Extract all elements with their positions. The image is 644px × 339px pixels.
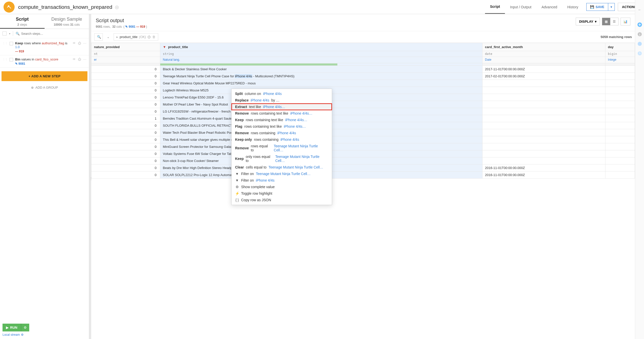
context-menu-item[interactable]: Flag rows containing text like iPhone 4/… [232, 123, 332, 130]
column-meaning[interactable]: er [91, 57, 160, 63]
context-menu-item[interactable]: Replace iPhone 4/4s by … [232, 97, 332, 104]
select-all-checkbox[interactable] [3, 31, 7, 36]
power-icon[interactable]: ⏻ [147, 35, 151, 39]
cell-day[interactable] [605, 101, 635, 108]
cell-card-month[interactable] [482, 136, 605, 143]
cell-nature[interactable]: 0 [91, 73, 160, 80]
cell-card-month[interactable] [482, 108, 605, 115]
drag-handle-icon[interactable]: ⋮⋮ [3, 57, 8, 61]
chat-icon[interactable] [637, 41, 642, 46]
column-meaning[interactable]: Natural lang. [160, 57, 482, 63]
table-row[interactable]: 0 LG LFX31925SW - refrigerator/freezer -… [91, 108, 635, 115]
table-row[interactable]: 0 Beats by Dre Mixr High Definition Ster… [91, 164, 635, 172]
cell-nature[interactable]: 0 [91, 172, 160, 179]
column-histogram[interactable] [605, 63, 635, 66]
app-logo[interactable] [4, 2, 15, 13]
table-row[interactable]: 1 Berndes Tradition Cast Aluminum 4-quar… [91, 115, 635, 122]
cell-nature[interactable]: 0 [91, 143, 160, 150]
save-dropdown[interactable]: ▾ [608, 3, 615, 11]
left-tab-sample[interactable]: Design Sample 10000 rows 31 cols [45, 14, 89, 29]
cell-day[interactable] [605, 115, 635, 122]
cell-nature[interactable]: 0 [91, 164, 160, 172]
context-menu-item[interactable]: ▼ Filter on iPhone 4/4s [232, 177, 332, 184]
cell-nature[interactable]: 0 [91, 87, 160, 94]
column-histogram[interactable] [91, 63, 160, 66]
view-chart-button[interactable]: 📊 [621, 18, 630, 25]
cell-card-month[interactable]: 2017-02-01T00:00:00.000Z [482, 73, 605, 80]
context-menu-item[interactable]: ⚙ Show complete value [232, 184, 332, 190]
step-item[interactable]: ⋮⋮ Bin values in card_fico_score ✎ 9081 … [0, 55, 89, 68]
add-step-button[interactable]: + ADD A NEW STEP [2, 71, 87, 81]
cell-day[interactable] [605, 150, 635, 157]
add-group-button[interactable]: ⊕ ADD A GROUP [0, 84, 89, 91]
view-table-button[interactable]: ▦ [602, 18, 610, 25]
cell-day[interactable] [605, 136, 635, 143]
tab-advanced[interactable]: Advanced [536, 1, 562, 14]
cell-product-title[interactable]: Black & Decker Stainless Steel Rice Cook… [160, 66, 482, 73]
power-icon[interactable]: ⏻ [78, 41, 81, 45]
cell-nature[interactable]: 0 [91, 150, 160, 157]
cell-card-month[interactable] [482, 101, 605, 108]
cell-day[interactable] [605, 94, 635, 101]
view-list-button[interactable]: ☰ [610, 18, 618, 25]
cell-product-title[interactable]: Teenage Mutant Ninja Turtle Cell Phone C… [160, 73, 482, 80]
eye-icon[interactable]: 👁 [73, 57, 76, 61]
trash-icon[interactable]: 🗑 [152, 35, 155, 39]
context-menu-item[interactable]: Keep only rows equal to Teenage Mutant N… [232, 153, 332, 164]
local-stream-link[interactable]: Local stream ⚙ [3, 333, 86, 336]
display-button[interactable]: DISPLAY ▾ [576, 18, 600, 25]
tab-io[interactable]: Input / Output [505, 1, 536, 14]
column-meaning[interactable]: Intege [605, 57, 635, 63]
run-button[interactable]: ▶ RUN [3, 324, 21, 331]
cell-card-month[interactable] [482, 143, 605, 150]
cell-day[interactable] [605, 122, 635, 129]
cell-day[interactable] [605, 108, 635, 115]
table-row[interactable]: 0 Water Tech Pool Blaster Blue Pearl Rob… [91, 129, 635, 136]
cell-nature[interactable]: 0 [91, 80, 160, 87]
step-checkbox[interactable] [10, 58, 13, 61]
cell-card-month[interactable] [482, 150, 605, 157]
cell-day[interactable] [605, 66, 635, 73]
cell-card-month[interactable] [482, 80, 605, 87]
cell-day[interactable] [605, 87, 635, 94]
cell-card-month[interactable]: 2017-11-01T00:00:00.000Z [482, 66, 605, 73]
cell-nature[interactable]: 0 [91, 101, 160, 108]
cell-card-month[interactable]: 2016-11-01T00:00:00.000Z [482, 172, 605, 179]
table-row[interactable]: 0 Black & Decker Stainless Steel Rice Co… [91, 66, 635, 73]
column-header[interactable]: nature_provided [91, 43, 160, 51]
cell-card-month[interactable]: 2016-11-01T00:00:00.000Z [482, 164, 605, 172]
table-row[interactable]: 0 Lenovo ThinkPad Edge E550 20DF - 15.6 [91, 94, 635, 101]
cell-nature[interactable]: 1 [91, 115, 160, 122]
context-menu-item[interactable]: { } Copy row as JSON [232, 197, 332, 203]
table-row[interactable]: 0 Gear Head Wireless Optical Mobile Mous… [91, 80, 635, 87]
compass-icon[interactable]: ◎ [115, 4, 119, 10]
table-row[interactable]: 0 Non-stick 3-cup Rice Cooker/ Steamer [91, 157, 635, 164]
context-menu-item[interactable]: Extract text like iPhone 4/4s… [232, 104, 332, 110]
filter-pill[interactable]: ▸ product_title (OK) ⏻ 🗑 [114, 33, 158, 41]
cell-nature[interactable]: 0 [91, 94, 160, 101]
context-menu-item[interactable]: Remove rows equal to Teenage Mutant Ninj… [232, 143, 332, 153]
table-row[interactable]: 0 SOLAR SOLPL2212 Pro-Logix 12 Amp Autom… [91, 172, 635, 179]
cell-nature[interactable]: 0 [91, 108, 160, 115]
cell-card-month[interactable] [482, 129, 605, 136]
table-row[interactable]: 0 Voltaic Systems Fuse 6W Solar Charger … [91, 150, 635, 157]
search-input[interactable] [21, 32, 86, 36]
column-histogram[interactable] [160, 63, 482, 66]
cell-card-month[interactable] [482, 157, 605, 164]
cell-day[interactable] [605, 80, 635, 87]
more-icon[interactable]: ⋯ [83, 41, 86, 45]
cell-day[interactable] [605, 143, 635, 150]
step-search[interactable]: 🔍 [16, 32, 86, 36]
save-button[interactable]: 💾 SAVE [586, 3, 608, 11]
step-item[interactable]: ⋮⋮ Keep rows where authorized_flag is 1.… [0, 39, 89, 55]
cell-day[interactable] [605, 172, 635, 179]
add-circle-icon[interactable] [637, 22, 642, 27]
context-menu-item[interactable]: ⚡ Toggle row highlight [232, 190, 332, 197]
cell-nature[interactable]: 0 [91, 122, 160, 129]
left-tab-script[interactable]: Script 2 steps [0, 14, 45, 29]
tab-script[interactable]: Script [485, 0, 505, 14]
cell-card-month[interactable] [482, 115, 605, 122]
more-icon[interactable]: ⋯ [83, 57, 86, 61]
context-menu-item[interactable]: Split column on iPhone 4/4s [232, 90, 332, 97]
cell-card-month[interactable] [482, 122, 605, 129]
